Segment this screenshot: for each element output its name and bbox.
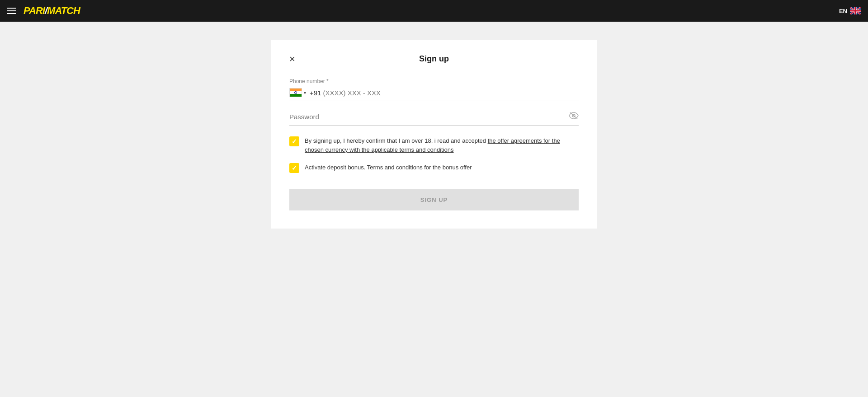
password-row bbox=[289, 112, 579, 126]
dial-code: +91 bbox=[310, 89, 321, 97]
hamburger-menu[interactable] bbox=[7, 8, 16, 14]
signup-button[interactable]: SIGN UP bbox=[289, 189, 579, 210]
uk-flag-icon bbox=[850, 7, 861, 14]
terms-text: By signing up, I hereby confirm that I a… bbox=[305, 136, 579, 154]
modal-header: × Sign up bbox=[289, 54, 579, 64]
page-content: × Sign up Phone number * ▾ +91 bbox=[0, 22, 868, 397]
modal-title: Sign up bbox=[419, 54, 449, 64]
lang-label: EN bbox=[839, 8, 847, 14]
language-selector[interactable]: EN bbox=[839, 7, 861, 14]
logo-text: PARI bbox=[24, 5, 45, 16]
terms-checkbox[interactable]: ✓ bbox=[289, 136, 299, 146]
toggle-password-icon[interactable] bbox=[569, 112, 579, 121]
password-field-group bbox=[289, 112, 579, 126]
logo-text2: MATCH bbox=[47, 5, 80, 16]
india-flag-icon bbox=[289, 88, 302, 97]
bonus-checkbox-row: ✓ Activate deposit bonus. Terms and cond… bbox=[289, 163, 579, 173]
bonus-terms-link[interactable]: Terms and conditions for the bonus offer bbox=[367, 164, 472, 171]
checkmark-icon: ✓ bbox=[292, 138, 297, 145]
navbar: PARI/MATCH EN bbox=[0, 0, 868, 22]
country-selector[interactable]: ▾ bbox=[289, 88, 306, 97]
phone-field-group: Phone number * ▾ +91 bbox=[289, 78, 579, 101]
checkmark-icon-2: ✓ bbox=[292, 165, 297, 171]
navbar-left: PARI/MATCH bbox=[7, 5, 80, 17]
terms-checkbox-row: ✓ By signing up, I hereby confirm that I… bbox=[289, 136, 579, 154]
bonus-checkbox[interactable]: ✓ bbox=[289, 163, 299, 173]
checkbox-group: ✓ By signing up, I hereby confirm that I… bbox=[289, 136, 579, 173]
phone-input[interactable] bbox=[323, 89, 579, 97]
phone-row: ▾ +91 bbox=[289, 88, 579, 101]
close-button[interactable]: × bbox=[289, 54, 295, 64]
phone-label: Phone number * bbox=[289, 78, 579, 84]
bonus-text: Activate deposit bonus. Terms and condit… bbox=[305, 163, 472, 172]
country-chevron-icon: ▾ bbox=[304, 90, 306, 95]
navbar-right: EN bbox=[839, 7, 861, 14]
brand-logo: PARI/MATCH bbox=[24, 5, 80, 17]
password-input[interactable] bbox=[289, 113, 569, 121]
signup-modal: × Sign up Phone number * ▾ +91 bbox=[271, 40, 597, 229]
